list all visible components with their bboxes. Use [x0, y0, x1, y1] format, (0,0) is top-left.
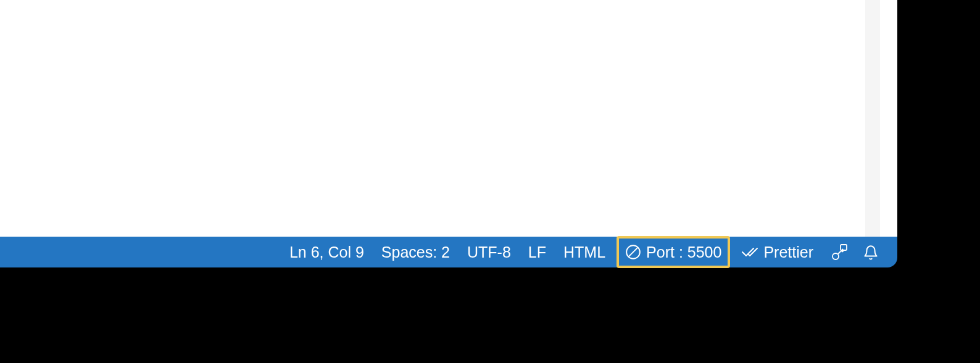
feedback-item[interactable] — [822, 239, 855, 266]
feedback-icon — [829, 243, 848, 261]
indentation-label: Spaces: 2 — [381, 243, 450, 261]
encoding-item[interactable]: UTF-8 — [459, 239, 520, 266]
editor-scrollbar[interactable] — [865, 0, 880, 237]
indentation-item[interactable]: Spaces: 2 — [373, 239, 459, 266]
svg-line-1 — [629, 247, 638, 256]
encoding-label: UTF-8 — [467, 243, 511, 261]
bell-icon — [863, 243, 879, 261]
prettier-item[interactable]: Prettier — [733, 239, 822, 266]
live-server-label: Port : 5500 — [646, 243, 721, 261]
language-mode-label: HTML — [563, 243, 605, 261]
language-mode-item[interactable]: HTML — [555, 239, 614, 266]
notifications-item[interactable] — [855, 239, 886, 266]
eol-item[interactable]: LF — [520, 239, 555, 266]
double-check-icon — [741, 245, 758, 259]
prettier-label: Prettier — [763, 243, 813, 261]
live-server-item[interactable]: Port : 5500 — [617, 236, 730, 268]
eol-label: LF — [528, 243, 546, 261]
svg-rect-4 — [841, 245, 847, 250]
cursor-position-label: Ln 6, Col 9 — [289, 243, 364, 261]
status-bar: Ln 6, Col 9 Spaces: 2 UTF-8 LF HTML Port… — [0, 237, 897, 267]
cursor-position-item[interactable]: Ln 6, Col 9 — [281, 239, 373, 266]
svg-point-2 — [833, 253, 839, 259]
editor-area[interactable] — [0, 0, 897, 237]
cancel-circle-icon — [625, 244, 641, 260]
